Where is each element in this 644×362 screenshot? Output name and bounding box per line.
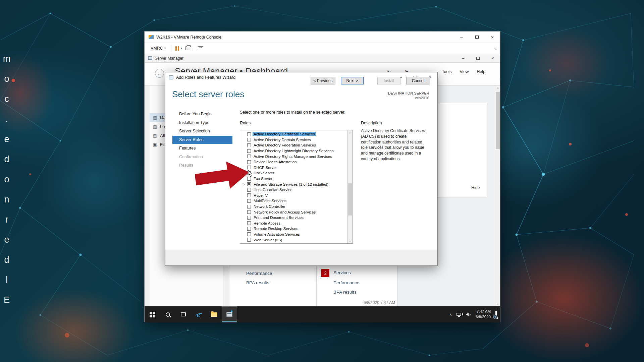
vmrc-titlebar[interactable]: W2K16 - VMware Remote Console – × — [145, 32, 500, 43]
sm-vertical-scrollbar[interactable]: ▲ ▼ — [495, 85, 500, 306]
wizard-nav-server-roles[interactable]: Server Roles — [172, 136, 232, 144]
role-row-fax-server[interactable]: Fax Server — [243, 176, 353, 182]
wizard-nav-features[interactable]: Features — [165, 144, 234, 153]
server-manager-titlebar[interactable]: Server Manager – × — [145, 54, 500, 63]
scroll-down-icon[interactable]: ▼ — [495, 303, 500, 305]
network-icon[interactable] — [457, 313, 461, 316]
role-checkbox[interactable] — [247, 221, 251, 225]
role-label: Active Directory Domain Services — [253, 138, 312, 142]
suspend-dropdown-chevron-icon[interactable]: ▾ — [180, 47, 182, 50]
role-row-active-directory-rights-management-services[interactable]: Active Directory Rights Management Servi… — [243, 154, 353, 159]
role-row-active-directory-federation-services[interactable]: Active Directory Federation Services — [243, 142, 353, 148]
printer-icon[interactable] — [185, 46, 191, 50]
taskbar-search-button[interactable] — [160, 306, 175, 322]
cancel-button[interactable]: Cancel — [406, 77, 430, 84]
vmrc-minimize-button[interactable]: – — [454, 32, 469, 43]
tile-link-performance[interactable]: Performance — [229, 269, 316, 278]
alert-label[interactable]: Services — [333, 270, 351, 275]
task-view-button[interactable] — [175, 306, 191, 322]
role-checkbox[interactable] — [247, 143, 251, 147]
sm-close-button[interactable]: × — [485, 54, 500, 62]
sm-menubar: ToolsViewHelp — [442, 69, 485, 74]
start-button[interactable] — [145, 306, 160, 322]
server-manager-taskbar-button[interactable] — [222, 306, 237, 322]
role-row-multipoint-services[interactable]: MultiPoint Services — [243, 198, 353, 204]
notification-count-badge: 1 — [493, 315, 497, 319]
sm-minimize-button[interactable]: – — [456, 54, 471, 62]
role-row-active-directory-domain-services[interactable]: Active Directory Domain Services — [243, 137, 353, 143]
internet-explorer-button[interactable]: e — [191, 306, 206, 322]
role-row-remote-access[interactable]: Remote Access — [243, 221, 353, 226]
next-button[interactable]: Next > — [341, 77, 364, 84]
role-checkbox[interactable] — [247, 149, 251, 153]
role-checkbox[interactable] — [247, 138, 251, 141]
scrollbar-thumb[interactable] — [496, 92, 500, 149]
role-label: Print and Document Services — [253, 216, 305, 220]
sm-restore-button[interactable] — [471, 54, 485, 62]
roles-scrollbar[interactable]: ▲ ▼ — [347, 130, 353, 243]
previous-button[interactable]: < Previous — [311, 77, 335, 84]
menu-tools[interactable]: Tools — [442, 69, 451, 74]
role-checkbox[interactable] — [247, 155, 251, 158]
close-icon: × — [491, 35, 494, 40]
wizard-nav-before-you-begin[interactable]: Before You Begin — [165, 110, 234, 119]
destination-server-value: win2016 — [388, 96, 429, 100]
tile-left-rows: PerformanceBPA results — [229, 266, 316, 288]
wizard-nav-server-selection[interactable]: Server Selection — [165, 127, 234, 136]
back-arrow-icon: ← — [157, 71, 162, 76]
maximize-icon — [475, 36, 479, 39]
vmrc-menu-button[interactable]: VMRC ▾ — [148, 46, 168, 51]
role-checkbox[interactable] — [247, 216, 251, 220]
role-row-device-health-attestation[interactable]: Device Health Attestation — [243, 159, 353, 165]
action-center-button[interactable]: 1 — [495, 311, 497, 317]
tile-link-bpa-results[interactable]: BPA results — [229, 278, 316, 288]
role-checkbox[interactable] — [247, 210, 251, 214]
file-explorer-button[interactable] — [206, 306, 222, 322]
role-row-file-and-storage-services-1-of-12-installed[interactable]: ▷File and Storage Services (1 of 12 inst… — [243, 181, 353, 187]
windows-logo-icon — [150, 312, 155, 317]
role-row-remote-desktop-services[interactable]: Remote Desktop Services — [243, 226, 353, 232]
role-row-host-guardian-service[interactable]: Host Guardian Service — [243, 187, 353, 193]
toolbar-collapse-icon[interactable]: « — [494, 46, 497, 51]
storage-services-icon: ▣ — [152, 142, 158, 147]
taskbar-clock[interactable]: 7:47 AM 6/8/2020 — [476, 309, 491, 319]
vmrc-close-button[interactable]: × — [485, 32, 500, 43]
scroll-up-icon[interactable]: ▲ — [495, 86, 500, 89]
role-row-network-policy-and-access-services[interactable]: Network Policy and Access Services — [243, 209, 353, 215]
wizard-footer — [165, 250, 437, 265]
menu-view[interactable]: View — [460, 69, 469, 74]
tray-expand-icon[interactable]: ∧ — [449, 312, 452, 317]
role-checkbox[interactable] — [247, 238, 251, 242]
scroll-up-icon[interactable]: ▲ — [347, 131, 353, 134]
fullscreen-icon[interactable] — [198, 46, 203, 50]
vmrc-maximize-button[interactable] — [469, 32, 485, 43]
install-button[interactable]: Install — [377, 77, 400, 84]
scroll-down-icon[interactable]: ▼ — [347, 240, 353, 242]
role-row-dhcp-server[interactable]: DHCP Server — [243, 165, 353, 171]
role-row-hyper-v[interactable]: Hyper-V — [243, 193, 353, 198]
volume-button[interactable]: × — [466, 313, 471, 316]
role-row-dns-server[interactable]: DNS Server — [243, 170, 353, 176]
role-row-web-server-iis[interactable]: Web Server (IIS) — [243, 237, 353, 243]
hide-link[interactable]: Hide — [471, 185, 480, 190]
role-row-volume-activation-services[interactable]: Volume Activation Services — [243, 232, 353, 237]
role-row-active-directory-lightweight-directory-services[interactable]: Active Directory Lightweight Directory S… — [243, 148, 353, 154]
role-label: DNS Server — [253, 171, 275, 175]
role-checkbox[interactable] — [247, 205, 251, 208]
tile-link-performance[interactable]: Performance — [317, 278, 397, 288]
tile-alert-row[interactable]: 2 Services — [317, 268, 397, 278]
role-row-print-and-document-services[interactable]: Print and Document Services — [243, 215, 353, 221]
wizard-nav-installation-type[interactable]: Installation Type — [165, 119, 234, 127]
scrollbar-thumb[interactable] — [348, 183, 352, 216]
role-checkbox[interactable] — [247, 232, 251, 236]
role-checkbox[interactable] — [247, 227, 251, 231]
role-row-active-directory-certificate-services[interactable]: Active Directory Certificate Services — [243, 131, 353, 137]
role-row-network-controller[interactable]: Network Controller — [243, 204, 353, 209]
tile-link-bpa-results[interactable]: BPA results — [317, 288, 397, 297]
back-button[interactable]: ← — [155, 69, 164, 78]
role-checkbox[interactable] — [247, 132, 251, 136]
suspend-button[interactable] — [174, 46, 180, 51]
roles-listbox[interactable]: Active Directory Certificate ServicesAct… — [240, 130, 353, 244]
menu-help[interactable]: Help — [477, 69, 485, 74]
role-checkbox[interactable] — [247, 199, 251, 203]
